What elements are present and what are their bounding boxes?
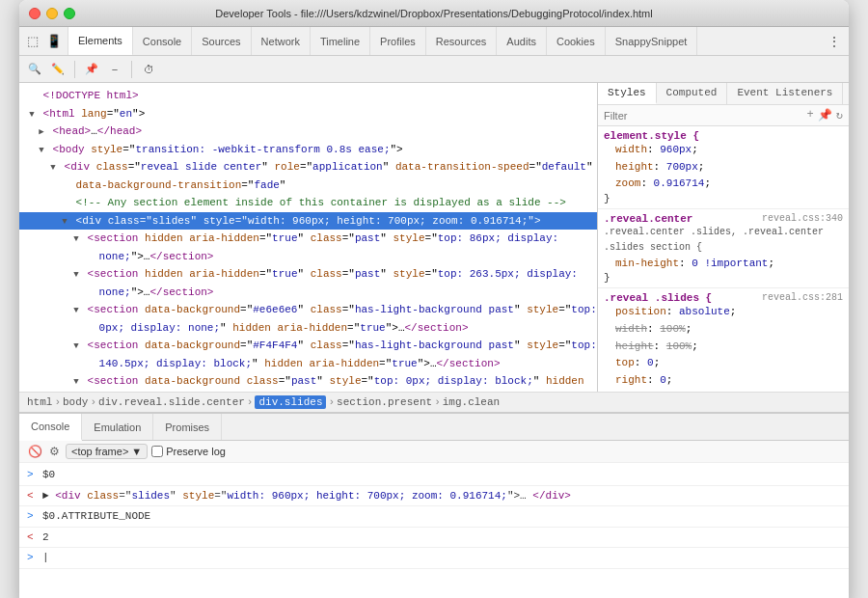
tab-snippy[interactable]: SnappySnippet — [606, 27, 698, 55]
tab-network[interactable]: Network — [252, 27, 311, 55]
tab-profiles[interactable]: Profiles — [370, 27, 426, 55]
breadcrumb-item[interactable]: html — [27, 396, 52, 408]
toolbar-divider-2 — [131, 61, 132, 78]
inspect-icon[interactable]: ⬚ — [23, 32, 42, 51]
style-prop: position: absolute; — [604, 304, 843, 321]
close-button[interactable] — [29, 8, 41, 19]
style-prop: height: 100%; — [604, 339, 843, 356]
elements-panel[interactable]: <!DOCTYPE html> <html lang="en"> <head>…… — [19, 83, 598, 392]
magnify-icon[interactable]: 🔍 — [25, 60, 44, 79]
console-tab-bar: Console Emulation Promises — [19, 414, 849, 441]
tab-computed[interactable]: Computed — [657, 83, 728, 104]
console-input-line[interactable]: > | — [19, 548, 849, 569]
tab-cookies[interactable]: Cookies — [547, 27, 606, 55]
triangle-icon[interactable] — [71, 233, 81, 247]
breadcrumb-sep: › — [247, 396, 254, 408]
console-toolbar: 🚫 ⚙ <top frame> ▼ Preserve log — [19, 441, 849, 463]
tab-console[interactable]: Console — [133, 27, 192, 55]
breadcrumb-sep: › — [434, 396, 441, 408]
style-prop: min-height: 0 !important; — [604, 256, 843, 273]
tab-emulation[interactable]: Emulation — [82, 414, 153, 440]
html-line-selected: <div class="slides" style="width: 960px;… — [19, 212, 597, 231]
tab-event-listeners[interactable]: Event Listeners — [727, 83, 843, 104]
breadcrumb-item[interactable]: img.clean — [443, 396, 500, 408]
html-line: 140.5px; display: block;" hidden aria-hi… — [19, 355, 597, 373]
style-prop: right: 0; — [604, 372, 843, 390]
console-prompt: > — [27, 467, 37, 483]
maximize-button[interactable] — [64, 8, 75, 19]
minimize-button[interactable] — [46, 8, 58, 19]
tab-audits[interactable]: Audits — [497, 27, 547, 55]
style-prop: width: 100%; — [604, 321, 843, 339]
console-line: > $0 — [19, 465, 849, 486]
html-line: <section data-background="#F4F4F4" class… — [19, 337, 597, 355]
pin-icon[interactable]: 📌 — [82, 60, 101, 79]
filter-icons: + 📌 ↻ — [807, 108, 843, 122]
triangle-icon[interactable] — [48, 162, 58, 176]
style-prop: zoom: 0.916714; — [604, 176, 843, 193]
add-style-icon[interactable]: + — [807, 108, 814, 122]
tab-promises[interactable]: Promises — [153, 414, 222, 440]
console-filter-icon[interactable]: ⚙ — [46, 444, 62, 459]
styles-filter-bar: + 📌 ↻ — [598, 105, 849, 126]
tab-sources[interactable]: Sources — [192, 27, 251, 55]
triangle-icon[interactable] — [71, 376, 81, 390]
triangle-icon[interactable] — [60, 216, 69, 230]
styles-filter-input[interactable] — [604, 110, 807, 122]
html-line: <section data-background class="past" st… — [19, 372, 597, 391]
console-line: > $0.ATTRIBUTE_NODE — [19, 506, 849, 528]
html-line: <head>…</head> — [19, 122, 597, 141]
breadcrumb-item[interactable]: div.reveal.slide.center — [98, 396, 245, 408]
console-section: Console Emulation Promises 🚫 ⚙ <top fram… — [19, 413, 849, 598]
edit-icon[interactable]: ✏️ — [48, 60, 68, 79]
html-line: 0px; display: none;" hidden aria-hidden=… — [19, 319, 597, 338]
breadcrumb-sep: › — [328, 396, 335, 408]
style-prop: width: 960px; — [604, 142, 843, 159]
console-prompt: > — [27, 550, 37, 566]
console-text: 2 — [42, 530, 49, 546]
frame-dropdown-icon: ▼ — [131, 446, 142, 457]
pin-style-icon[interactable]: 📌 — [818, 108, 832, 122]
style-selector-row: .reveal.center reveal.css:340 — [604, 213, 843, 225]
tab-styles[interactable]: Styles — [598, 83, 657, 104]
triangle-icon[interactable] — [37, 145, 46, 158]
triangle-icon[interactable] — [27, 109, 37, 122]
tab-elements[interactable]: Elements — [68, 27, 133, 56]
tab-resources[interactable]: Resources — [426, 27, 498, 55]
more-tabs-button[interactable]: ⋮ — [820, 27, 849, 55]
minus-icon[interactable]: − — [105, 60, 124, 79]
html-line: <section data-background="#e6e6e6" class… — [19, 301, 597, 319]
devtools-tab-bar: ⬚ 📱 Elements Console Sources Network Tim… — [19, 27, 849, 56]
console-clear-icon[interactable]: 🚫 — [27, 444, 42, 459]
breadcrumb-item[interactable]: body — [63, 396, 88, 408]
style-selector-row: .reveal .slides { reveal.css:281 — [604, 292, 843, 304]
preserve-log-text: Preserve log — [166, 446, 226, 457]
style-block-element: element.style { width: 960px; height: 70… — [598, 126, 849, 209]
refresh-style-icon[interactable]: ↻ — [836, 108, 843, 122]
tab-timeline[interactable]: Timeline — [311, 27, 370, 55]
html-line: none;">…</section> — [19, 248, 597, 266]
preserve-log-label[interactable]: Preserve log — [151, 446, 226, 457]
triangle-icon[interactable] — [71, 269, 81, 283]
breadcrumb-sep: › — [54, 396, 61, 408]
triangle-icon[interactable] — [71, 340, 81, 354]
frame-label: <top frame> — [71, 446, 128, 457]
breadcrumb-item-active[interactable]: div.slides — [255, 395, 326, 409]
tab-console-panel[interactable]: Console — [19, 414, 82, 441]
frame-selector[interactable]: <top frame> ▼ — [66, 444, 148, 459]
style-selector: element.style { — [604, 130, 843, 142]
timer-icon[interactable]: ⏱ — [139, 60, 158, 79]
preserve-log-checkbox[interactable] — [151, 446, 163, 457]
triangle-icon[interactable] — [71, 305, 81, 318]
html-line: <!DOCTYPE html> — [19, 87, 597, 105]
console-prompt: < — [27, 530, 37, 546]
html-line-comment: <!-- Any section element inside of this … — [19, 194, 597, 212]
window-title: Developer Tools - file:///Users/kdzwinel… — [215, 8, 652, 19]
mobile-icon[interactable]: 📱 — [44, 32, 64, 51]
breadcrumb-item[interactable]: section.present — [337, 396, 432, 408]
triangle-icon[interactable] — [37, 126, 46, 140]
style-close-brace: } — [604, 272, 843, 284]
html-line: <div class="reveal slide center" role="a… — [19, 158, 597, 177]
toolbar-divider-1 — [74, 61, 75, 78]
console-output[interactable]: > $0 < ► <div class="slides" style="widt… — [19, 463, 849, 598]
